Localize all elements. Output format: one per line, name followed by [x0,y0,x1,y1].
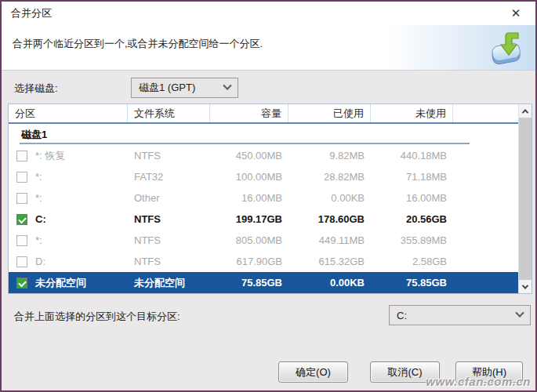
dialog-title: 合并分区 [11,6,52,20]
chevron-down-icon [223,82,231,90]
unused-cell: 440.18MB [371,150,453,162]
partition-row[interactable]: *: Other 16.00MB 0.00KB 16.00MB [9,187,518,209]
partition-name: *: [35,192,42,204]
partition-row[interactable]: *: NTFS 805.00MB 449.11MB 355.89MB [9,230,518,251]
capacity-cell: 450.00MB [210,150,288,162]
row-checkbox[interactable] [16,235,27,246]
chevron-down-icon [515,309,524,318]
unused-cell: 16.00MB [371,192,453,204]
partition-row[interactable]: D: NTFS 617.90GB 615.32GB 2.58GB [9,251,518,272]
column-header-capacity[interactable]: 容量 [210,104,288,122]
disk-select-value: 磁盘1 (GPT) [139,81,195,95]
merge-partition-icon [487,29,524,71]
filesystem-cell: NTFS [128,150,210,162]
capacity-cell: 100.00MB [210,171,288,183]
filesystem-cell: NTFS [128,234,210,246]
filesystem-cell: Other [128,192,210,204]
column-header-partition[interactable]: 分区 [9,104,128,122]
partition-name: D: [35,256,45,267]
target-partition-value: C: [397,310,407,321]
capacity-cell: 16.00MB [210,192,288,204]
column-header-unused[interactable]: 未使用 [371,104,453,122]
partition-row[interactable]: C: NTFS 199.17GB 178.60GB 20.56GB [9,209,518,230]
partition-row[interactable]: *: FAT32 100.00MB 28.82MB 71.18MB [9,166,518,187]
ok-button[interactable]: 确定(O) [278,361,348,383]
column-header-filler [453,104,518,122]
unused-cell: 355.89MB [371,234,453,246]
chevron-down-icon [522,282,528,289]
table-header: 分区 文件系统 容量 已使用 未使用 [9,104,518,124]
partition-row[interactable]: *: 恢复 NTFS 450.00MB 9.82MB 440.18MB [9,145,518,166]
row-checkbox[interactable] [16,256,27,267]
partition-name: 未分配空间 [35,276,86,290]
watermark: www.cfan.com.cn [426,375,531,388]
partition-name: C: [35,213,46,225]
unused-cell: 20.56GB [371,213,453,225]
filesystem-cell: FAT32 [128,171,210,183]
capacity-cell: 617.90GB [210,256,288,267]
disk-select-label: 选择磁盘: [14,82,58,96]
row-checkbox[interactable] [16,214,27,225]
used-cell: 0.00KB [288,192,371,204]
used-cell: 9.82MB [288,150,371,162]
scroll-down-button[interactable] [519,280,532,293]
used-cell: 28.82MB [288,171,371,183]
row-checkbox[interactable] [16,172,27,183]
capacity-cell: 199.17GB [210,213,288,225]
capacity-cell: 75.85GB [210,277,288,289]
target-partition-dropdown[interactable]: C: [389,305,531,325]
close-icon: ✕ [511,6,521,20]
used-cell: 615.32GB [288,256,371,267]
vertical-scrollbar[interactable] [518,104,532,293]
column-header-filesystem[interactable]: 文件系统 [128,104,210,122]
scroll-up-button[interactable] [519,104,532,118]
title-bar: 合并分区 ✕ [2,2,535,25]
partition-list: 分区 文件系统 容量 已使用 未使用 磁盘1 *: 恢复 NTFS 450.00… [9,104,518,293]
used-cell: 0.00KB [288,277,371,289]
partition-list-body: *: 恢复 NTFS 450.00MB 9.82MB 440.18MB *: F… [9,145,518,293]
partition-name: *: [35,171,42,183]
row-checkbox[interactable] [16,193,27,204]
partition-row[interactable]: 未分配空间 未分配空间 75.85GB 0.00KB 75.85GB [9,272,518,293]
partition-table: 分区 文件系统 容量 已使用 未使用 磁盘1 *: 恢复 NTFS 450.00… [8,103,532,294]
partition-name: *: [35,234,42,246]
filesystem-cell: NTFS [128,256,210,267]
unused-cell: 71.18MB [371,171,453,183]
used-cell: 449.11MB [288,234,371,246]
unused-cell: 2.58GB [371,256,453,267]
close-button[interactable]: ✕ [506,5,526,22]
row-checkbox[interactable] [16,151,27,162]
column-header-used[interactable]: 已使用 [288,104,371,122]
disk-select-dropdown[interactable]: 磁盘1 (GPT) [131,78,238,98]
capacity-cell: 805.00MB [210,234,288,246]
header-banner: 合并两个临近分区到一个,或合并未分配空间给一个分区. [2,25,535,71]
scrollbar-thumb[interactable] [519,118,532,280]
unused-cell: 75.85GB [371,277,453,289]
dialog-description: 合并两个临近分区到一个,或合并未分配空间给一个分区. [13,37,263,51]
row-checkbox[interactable] [16,278,27,289]
filesystem-cell: 未分配空间 [128,276,210,290]
disk-group-header: 磁盘1 [9,124,518,145]
used-cell: 178.60GB [288,213,371,225]
partition-name: *: 恢复 [35,149,65,163]
target-partition-label: 合并上面选择的分区到这个目标分区: [14,310,180,324]
merge-partition-dialog: 合并分区 ✕ 合并两个临近分区到一个,或合并未分配空间给一个分区. 选择磁盘: … [0,0,537,392]
chevron-up-icon [522,109,528,115]
filesystem-cell: NTFS [128,213,210,225]
